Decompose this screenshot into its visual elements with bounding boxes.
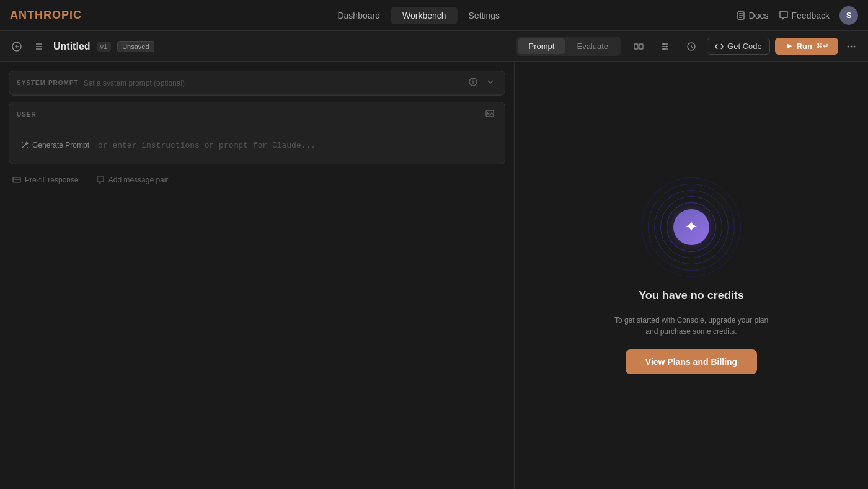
system-prompt-header: SYSTEM PROMPT Set a system prompt (optio… [9,71,505,95]
history-button[interactable] [681,37,702,56]
topnav: ANTHROPIC Dashboard Workbench Settings D… [0,0,868,31]
center-sparkle-icon: ✦ [673,209,709,245]
system-prompt-info-button[interactable] [466,76,480,89]
user-placeholder: or enter instructions or prompt for Clau… [98,141,316,150]
list-button[interactable] [31,38,47,55]
system-prompt-expand-button[interactable] [484,76,497,89]
run-icon [785,42,793,50]
svg-point-21 [851,45,852,47]
docs-icon [736,11,746,20]
no-credits-title: You have no credits [639,289,744,302]
tab-prompt[interactable]: Prompt [518,38,566,54]
info-icon [469,78,477,86]
chevron-icon [486,78,495,86]
tab-evaluate[interactable]: Evaluate [565,38,619,54]
toolbar: Untitled v1 Unsaved Prompt Evaluate Get … [0,31,868,62]
pre-fill-label: Pre-fill response [25,176,79,184]
no-credits-highlight: no credits [691,289,744,302]
avatar[interactable]: S [839,6,858,25]
svg-rect-10 [634,44,638,49]
nav-dashboard[interactable]: Dashboard [326,7,391,24]
add-message-label: Add message pair [108,176,169,184]
run-label: Run [797,42,812,51]
pre-fill-button[interactable]: Pre-fill response [9,173,82,187]
svg-point-29 [27,147,28,148]
nav-settings[interactable]: Settings [458,7,512,24]
docs-link[interactable]: Docs [736,11,769,20]
ellipsis-icon [846,42,856,52]
add-message-icon [96,176,105,184]
svg-point-27 [487,112,489,113]
nav-workbench[interactable]: Workbench [391,7,458,24]
toolbar-right: Get Code Run ⌘↵ [627,37,859,56]
generate-prompt-button[interactable]: Generate Prompt [17,139,93,151]
add-button[interactable] [9,38,25,55]
run-shortcut: ⌘↵ [816,42,828,50]
settings-button[interactable] [655,37,676,56]
image-icon [485,109,495,119]
system-prompt-box: SYSTEM PROMPT Set a system prompt (optio… [9,71,505,96]
docs-label: Docs [749,11,769,20]
variables-icon [633,41,644,52]
pre-fill-icon [12,176,21,184]
history-icon [686,42,696,52]
user-label: USER [17,111,37,118]
prompt-title: Untitled [53,41,91,52]
system-prompt-label: SYSTEM PROMPT [17,79,79,86]
svg-point-20 [848,45,849,47]
bottom-actions: Pre-fill response Add message pair [9,171,505,189]
user-box-body: Generate Prompt or enter instructions or… [9,127,505,164]
version-badge: v1 [97,42,112,52]
feedback-icon [779,11,789,20]
sliders-icon [660,42,670,52]
logo: ANTHROPIC [10,9,82,22]
variables-button[interactable] [627,37,650,56]
system-prompt-optional: Set a system prompt (optional) [84,79,185,87]
right-panel: ✦ You have no credits To get started wit… [515,62,868,489]
feedback-link[interactable]: Feedback [779,11,830,20]
user-box-header: USER [9,102,505,127]
system-prompt-actions [466,76,497,89]
svg-point-13 [663,43,665,45]
rings-icon-container: ✦ [642,177,741,277]
svg-point-25 [472,79,473,80]
code-icon [715,42,724,51]
get-code-label: Get Code [727,42,762,51]
unsaved-badge: Unsaved [117,41,154,52]
add-message-button[interactable]: Add message pair [92,173,172,187]
system-prompt-header-left: SYSTEM PROMPT Set a system prompt (optio… [17,79,185,87]
svg-point-15 [666,45,668,47]
run-button[interactable]: Run ⌘↵ [775,38,838,55]
nav-links: Dashboard Workbench Settings [102,7,736,24]
svg-point-17 [663,48,665,50]
nav-right: Docs Feedback S [736,6,858,25]
svg-marker-19 [787,43,792,49]
user-box: USER Generate Prompt or enter instructio… [9,102,505,164]
toolbar-left: Untitled v1 Unsaved [9,38,510,55]
wand-icon [20,141,29,150]
plus-icon [12,42,22,52]
svg-rect-11 [639,44,643,49]
svg-point-28 [22,142,23,143]
more-options-button[interactable] [843,38,859,55]
no-credits-container: ✦ You have no credits To get started wit… [611,177,772,374]
sparkle-symbol: ✦ [684,217,698,236]
no-credits-description: To get started with Console, upgrade you… [611,315,772,337]
user-image-button[interactable] [482,107,497,122]
generate-prompt-label: Generate Prompt [32,141,89,150]
left-panel: SYSTEM PROMPT Set a system prompt (optio… [0,62,515,489]
feedback-label: Feedback [792,11,830,20]
toolbar-tabs: Prompt Evaluate [516,37,622,56]
svg-point-22 [854,45,856,47]
main-content: SYSTEM PROMPT Set a system prompt (optio… [0,62,868,489]
list-icon [34,42,44,52]
get-code-button[interactable]: Get Code [707,38,770,55]
svg-rect-30 [13,177,20,182]
view-plans-button[interactable]: View Plans and Billing [626,349,757,374]
